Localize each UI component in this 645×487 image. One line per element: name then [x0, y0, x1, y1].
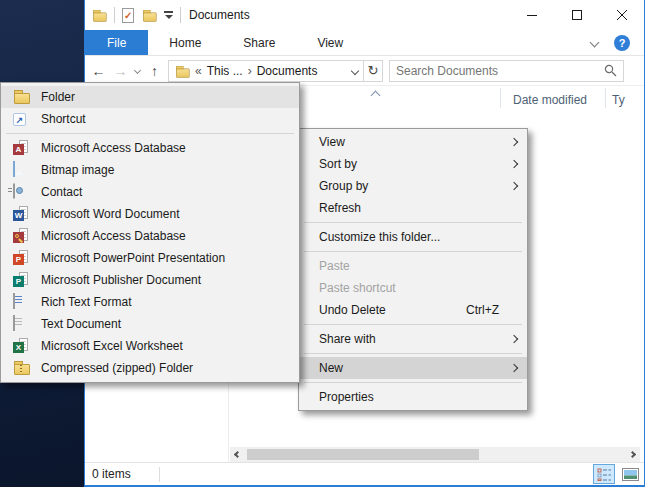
- text-document-icon: [13, 316, 29, 332]
- menu-item-group-by[interactable]: Group by: [299, 175, 527, 197]
- properties-check-icon[interactable]: [122, 8, 134, 23]
- address-dropdown-chevron-icon[interactable]: [351, 66, 359, 74]
- menu-item-new[interactable]: New: [299, 357, 527, 379]
- submenu-item-word-document[interactable]: W Microsoft Word Document: [1, 203, 299, 225]
- submenu-arrow-icon: [510, 182, 518, 190]
- submenu-arrow-icon: [510, 364, 518, 372]
- submenu-item-access-database-2[interactable]: Microsoft Access Database: [1, 225, 299, 247]
- thumbnail-view-icon: [622, 468, 639, 481]
- scroll-left-arrow-icon[interactable]: [230, 447, 245, 462]
- menu-separator: [304, 353, 522, 354]
- column-separator[interactable]: [605, 88, 606, 108]
- status-separator: [159, 467, 160, 482]
- back-button[interactable]: ←: [89, 60, 108, 82]
- zip-folder-icon: [13, 360, 29, 376]
- menu-item-paste[interactable]: Paste: [299, 255, 527, 277]
- search-input[interactable]: [396, 64, 604, 78]
- breadcrumb[interactable]: « This ... › Documents: [168, 60, 364, 82]
- submenu-item-contact[interactable]: Contact: [1, 181, 299, 203]
- qat-separator: [180, 7, 181, 23]
- menu-item-properties[interactable]: Properties: [299, 386, 527, 408]
- tab-view[interactable]: View: [296, 30, 364, 55]
- submenu-arrow-icon: [510, 335, 518, 343]
- submenu-item-bitmap-image[interactable]: Bitmap image: [1, 159, 299, 181]
- submenu-item-shortcut[interactable]: ↗ Shortcut: [1, 108, 299, 130]
- quick-access-toolbar: [85, 7, 181, 23]
- details-view-button[interactable]: [593, 464, 615, 484]
- column-header-date-modified[interactable]: Date modified: [513, 93, 587, 107]
- excel-icon: X: [13, 338, 29, 354]
- folder-icon: [13, 89, 29, 105]
- menu-item-sort-by[interactable]: Sort by: [299, 153, 527, 175]
- tab-file[interactable]: File: [85, 30, 148, 55]
- explorer-folder-icon: [92, 9, 106, 21]
- recent-locations-chevron-icon[interactable]: [134, 67, 141, 74]
- menu-item-share-with[interactable]: Share with: [299, 328, 527, 350]
- qat-separator: [114, 7, 115, 23]
- navigation-buttons: ← → ↑: [85, 60, 168, 82]
- word-document-icon: W: [13, 206, 29, 222]
- window-title: Documents: [189, 8, 250, 22]
- access-database-icon: A: [13, 140, 29, 156]
- new-folder-icon[interactable]: [142, 9, 156, 21]
- thumbnail-view-button[interactable]: [619, 464, 641, 484]
- scrollbar-thumb[interactable]: [247, 449, 479, 460]
- bitmap-image-icon: [13, 162, 29, 178]
- minimize-ribbon-chevron-icon[interactable]: [590, 38, 600, 48]
- customize-toolbar-chevron-icon[interactable]: [164, 11, 173, 19]
- submenu-item-folder[interactable]: Folder: [1, 86, 299, 108]
- submenu-item-access-database[interactable]: A Microsoft Access Database: [1, 137, 299, 159]
- new-submenu: Folder ↗ Shortcut A Microsoft Access Dat…: [0, 82, 300, 383]
- submenu-item-rich-text-format[interactable]: Rich Text Format: [1, 291, 299, 313]
- maximize-button[interactable]: [554, 0, 599, 30]
- submenu-item-powerpoint-presentation[interactable]: P Microsoft PowerPoint Presentation: [1, 247, 299, 269]
- forward-button[interactable]: →: [111, 60, 130, 82]
- submenu-arrow-icon: [510, 160, 518, 168]
- submenu-item-compressed-folder[interactable]: Compressed (zipped) Folder: [1, 357, 299, 379]
- menu-separator: [304, 251, 522, 252]
- shortcut-key: Ctrl+Z: [466, 303, 517, 317]
- submenu-item-text-document[interactable]: Text Document: [1, 313, 299, 335]
- submenu-arrow-icon: [510, 138, 518, 146]
- items-count: 0 items: [92, 467, 131, 481]
- minimize-button[interactable]: [509, 0, 554, 30]
- column-header-type[interactable]: Ty: [612, 93, 625, 107]
- menu-item-paste-shortcut[interactable]: Paste shortcut: [299, 277, 527, 299]
- breadcrumb-segment-root[interactable]: This ...: [207, 64, 243, 78]
- search-box: [389, 60, 624, 82]
- view-toggle-buttons: [593, 464, 644, 484]
- refresh-button[interactable]: ↻: [364, 60, 383, 82]
- rich-text-icon: [13, 294, 29, 310]
- screen: Documents File Home Share View ?: [0, 0, 645, 487]
- close-button[interactable]: [599, 0, 644, 30]
- menu-separator: [6, 133, 294, 134]
- breadcrumb-separator-icon[interactable]: ›: [248, 64, 252, 78]
- menu-item-view[interactable]: View: [299, 131, 527, 153]
- caption-buttons: [509, 0, 644, 30]
- ribbon-tab-bar: File Home Share View ?: [85, 30, 644, 56]
- tab-home[interactable]: Home: [148, 30, 222, 55]
- shortcut-icon: ↗: [13, 111, 29, 127]
- menu-separator: [304, 324, 522, 325]
- menu-item-customize-folder[interactable]: Customize this folder...: [299, 226, 527, 248]
- menu-item-undo-delete[interactable]: Undo DeleteCtrl+Z: [299, 299, 527, 321]
- scrollbar-track[interactable]: [245, 447, 625, 462]
- menu-separator: [304, 222, 522, 223]
- horizontal-scrollbar[interactable]: [230, 447, 640, 462]
- tab-share[interactable]: Share: [222, 30, 296, 55]
- submenu-item-publisher-document[interactable]: P Microsoft Publisher Document: [1, 269, 299, 291]
- up-button[interactable]: ↑: [145, 60, 164, 82]
- access-database-key-icon: [13, 228, 29, 244]
- status-bar: 0 items: [85, 462, 644, 485]
- search-icon: [604, 64, 617, 77]
- menu-separator: [304, 382, 522, 383]
- breadcrumb-segment-current[interactable]: Documents: [257, 64, 318, 78]
- column-separator[interactable]: [500, 88, 501, 108]
- menu-item-refresh[interactable]: Refresh: [299, 197, 527, 219]
- submenu-item-excel-worksheet[interactable]: X Microsoft Excel Worksheet: [1, 335, 299, 357]
- breadcrumb-overflow[interactable]: «: [195, 64, 202, 78]
- help-icon[interactable]: ?: [614, 35, 630, 51]
- sort-ascending-icon[interactable]: [371, 91, 381, 101]
- publisher-icon: P: [13, 272, 29, 288]
- scroll-right-arrow-icon[interactable]: [625, 447, 640, 462]
